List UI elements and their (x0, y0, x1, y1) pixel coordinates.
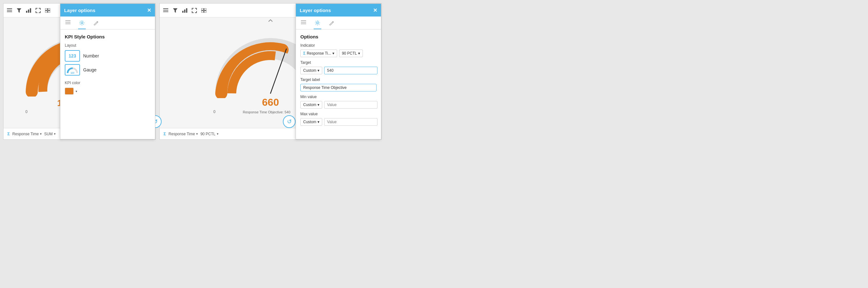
left-tab-settings[interactable] (78, 19, 86, 29)
field-label: Response Time (12, 132, 39, 136)
agg-dropdown-arrow: ▾ (54, 132, 56, 136)
svg-rect-12 (65, 22, 70, 23)
target-label-input[interactable] (300, 84, 376, 91)
left-tab-paint[interactable] (92, 19, 100, 29)
min-type-value: Custom (303, 102, 316, 107)
color-dropdown-arrow[interactable]: ▾ (75, 90, 77, 93)
list-icon[interactable] (6, 7, 13, 14)
chart-icon[interactable] (25, 7, 32, 14)
right-options-content: Options Indicator Σ Response Ti... ▾ 90 … (296, 30, 381, 139)
indicator-row: Σ Response Ti... ▾ 90 PCTL ▾ (300, 50, 376, 57)
left-layout-label: Layout (65, 43, 151, 47)
right-gauge-target-label: Response Time Objective: 540 (243, 110, 290, 114)
target-label-row (300, 84, 376, 91)
svg-rect-29 (301, 20, 306, 21)
max-type-value: Custom (303, 120, 316, 124)
max-type-dropdown[interactable]: Custom ▾ (300, 118, 322, 126)
sigma-icon: Σ (7, 131, 10, 136)
min-type-dropdown[interactable]: Custom ▾ (300, 101, 322, 108)
svg-rect-5 (28, 9, 29, 13)
right-field-label: Response Time (168, 132, 195, 136)
svg-rect-7 (45, 8, 47, 10)
svg-rect-10 (48, 11, 50, 13)
number-icon-box: 123 (65, 50, 80, 62)
min-row: Custom ▾ (300, 101, 376, 108)
color-swatch[interactable] (65, 88, 74, 95)
left-tab-list[interactable] (64, 19, 72, 29)
indicator-field-value: Response Ti... (307, 51, 331, 56)
right-sigma-icon: Σ (163, 131, 166, 136)
color-picker-row: ▾ (65, 88, 151, 95)
left-section-title: KPI Style Options (65, 34, 151, 39)
right-list-icon[interactable] (162, 7, 169, 14)
right-refresh-icon[interactable]: ↺ (283, 115, 296, 128)
svg-point-15 (97, 21, 98, 23)
kpi-color-label: KPI color (65, 81, 151, 85)
svg-marker-3 (17, 8, 21, 13)
svg-point-32 (316, 22, 318, 24)
svg-rect-17 (163, 8, 168, 9)
right-chart-icon[interactable] (181, 7, 188, 14)
svg-rect-4 (26, 11, 27, 13)
svg-rect-27 (204, 11, 206, 13)
right-filter-icon[interactable] (172, 7, 179, 14)
number-layout-label: Number (83, 53, 99, 58)
agg-selector[interactable]: SUM ▾ (44, 132, 56, 136)
filter-icon[interactable] (16, 7, 23, 14)
right-field-selector[interactable]: Response Time ▾ (168, 132, 198, 136)
target-type-dropdown[interactable]: Custom ▾ (300, 67, 322, 74)
field-selector[interactable]: Response Time ▾ (12, 132, 41, 136)
svg-rect-25 (204, 8, 206, 10)
left-layer-options-header: Layer options ✕ (60, 4, 155, 17)
right-agg-selector[interactable]: 90 PCTL ▾ (200, 132, 218, 136)
svg-rect-2 (7, 11, 12, 12)
svg-rect-0 (7, 8, 12, 9)
left-close-button[interactable]: ✕ (147, 7, 151, 13)
right-expand-icon[interactable] (191, 7, 198, 14)
right-layer-tabs (296, 17, 381, 30)
right-close-button[interactable]: ✕ (373, 7, 377, 13)
svg-point-33 (332, 21, 334, 23)
table-icon[interactable] (44, 7, 51, 14)
left-layer-options-content: KPI Style Options Layout 123 Number (60, 30, 155, 139)
indicator-field-dropdown[interactable]: Σ Response Ti... ▾ (300, 50, 337, 57)
left-layer-options-title: Layer options (64, 8, 95, 13)
min-label: Min value (300, 95, 376, 99)
target-label-field-label: Target label (300, 77, 376, 82)
svg-rect-22 (184, 9, 185, 13)
right-field-dropdown-arrow: ▾ (196, 132, 198, 136)
svg-rect-24 (201, 8, 204, 10)
right-tab-paint[interactable] (328, 19, 335, 29)
max-value-input[interactable] (324, 118, 377, 126)
gauge-layout-option[interactable]: 123 Gauge (65, 64, 151, 75)
svg-rect-13 (65, 24, 70, 24)
target-row: Custom ▾ (300, 67, 376, 74)
svg-rect-11 (65, 20, 70, 21)
svg-marker-20 (173, 8, 178, 13)
svg-rect-19 (163, 11, 168, 12)
svg-rect-6 (30, 8, 31, 13)
expand-icon[interactable] (35, 7, 41, 14)
svg-rect-1 (7, 10, 12, 10)
right-agg-label: 90 PCTL (200, 132, 215, 136)
right-tab-settings[interactable] (314, 19, 321, 29)
right-table-icon[interactable] (200, 7, 207, 14)
indicator-agg-dropdown[interactable]: 90 PCTL ▾ (339, 50, 363, 57)
indicator-agg-value: 90 PCTL (342, 51, 357, 56)
target-value-input[interactable] (324, 67, 377, 74)
gauge-icon-box: 123 (65, 64, 80, 75)
svg-rect-23 (186, 8, 187, 13)
left-layout-options: 123 Number 123 Gauge (65, 50, 151, 75)
number-layout-option[interactable]: 123 Number (65, 50, 151, 62)
agg-label: SUM (44, 132, 53, 136)
target-field-label: Target (300, 60, 376, 65)
min-value-input[interactable] (324, 101, 377, 108)
left-layer-options-panel: Layer options ✕ KPI Style Options Layout… (60, 3, 155, 139)
right-tab-list[interactable] (300, 19, 307, 29)
right-panel: ••• 660 0 Response Time Objective: 540 (159, 3, 382, 140)
svg-rect-31 (301, 24, 306, 24)
gauge-layout-label: Gauge (83, 67, 96, 72)
left-gauge-min: 0 (25, 109, 28, 114)
right-gauge-min: 0 (213, 109, 216, 114)
svg-rect-21 (182, 11, 184, 13)
